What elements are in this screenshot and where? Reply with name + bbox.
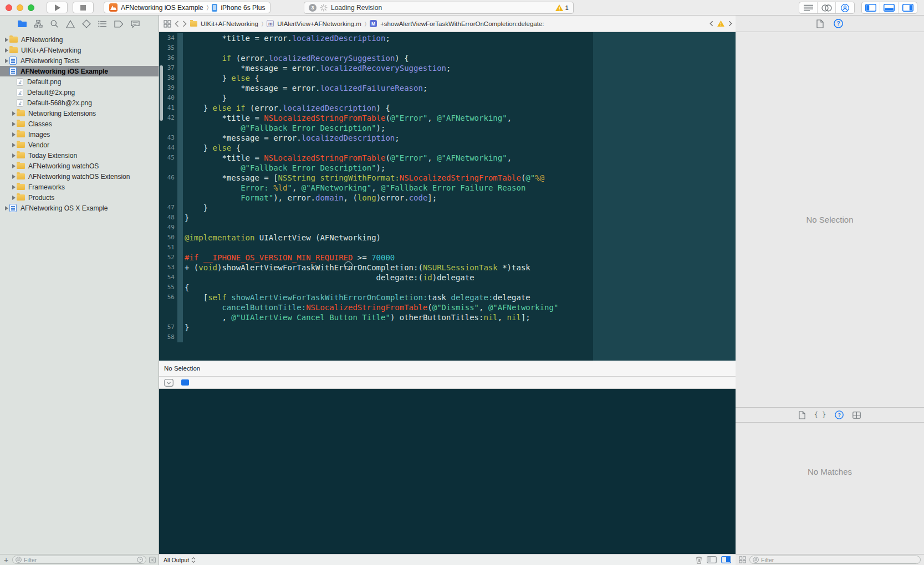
code-line[interactable]: 50@implementation UIAlertView (AFNetwork… (159, 233, 736, 243)
code-line[interactable]: 51 (159, 243, 736, 253)
code-fold-ribbon[interactable] (177, 302, 183, 312)
code-fold-ribbon[interactable] (177, 73, 183, 83)
back-icon[interactable] (175, 20, 179, 27)
next-issue-icon[interactable] (728, 20, 732, 27)
code-line[interactable]: 42 *title = NSLocalizedStringFromTable(@… (159, 113, 736, 123)
issue-summary[interactable]: 1 (555, 4, 569, 11)
code-fold-ribbon[interactable] (177, 263, 183, 273)
disclosure-triangle-icon[interactable] (11, 143, 17, 147)
navigator-scrollbar-thumb[interactable] (160, 65, 163, 121)
code-fold-ribbon[interactable] (177, 53, 183, 63)
code-line[interactable]: 37 *message = error.localizedRecoverySug… (159, 63, 736, 73)
code-fold-ribbon[interactable] (177, 123, 183, 133)
disclosure-triangle-icon[interactable] (11, 164, 17, 168)
code-line[interactable]: @"Fallback Error Description"); (159, 163, 736, 173)
disclosure-triangle-icon[interactable] (11, 196, 17, 200)
code-line[interactable]: 38 } else { (159, 73, 736, 83)
disclosure-triangle-icon[interactable] (11, 111, 17, 116)
forward-icon[interactable] (182, 20, 187, 27)
file-tree-row[interactable]: Classes (0, 119, 159, 129)
symbol-navigator-tab[interactable] (34, 19, 43, 28)
quick-help-inspector-tab[interactable]: ? (834, 19, 843, 28)
file-tree-row[interactable]: Networking Extensions (0, 108, 159, 119)
code-fold-ribbon[interactable] (177, 193, 183, 203)
media-library-tab[interactable] (852, 412, 861, 419)
disclosure-triangle-icon[interactable] (11, 153, 17, 158)
code-line[interactable]: 40 } (159, 93, 736, 103)
code-line[interactable]: 39 *message = error.localizedFailureReas… (159, 83, 736, 93)
code-fold-ribbon[interactable] (177, 83, 183, 93)
library-filter-field[interactable]: Filter (749, 556, 921, 564)
code-line[interactable]: 58 (159, 332, 736, 342)
toggle-debug-area-button[interactable] (880, 2, 899, 13)
console-view-toggle-icon[interactable] (721, 556, 731, 563)
code-fold-ribbon[interactable] (177, 133, 183, 143)
code-fold-ribbon[interactable] (177, 93, 183, 103)
code-line[interactable]: 57} (159, 322, 736, 332)
file-tree-row[interactable]: AFNetworking iOS Example (0, 66, 159, 76)
code-fold-ribbon[interactable] (177, 233, 183, 243)
jumpbar-group[interactable]: UIKit+AFNetworking (201, 20, 258, 27)
scheme-selector[interactable]: AFNetworking iOS Example 〉 iPhone 6s Plu… (104, 2, 270, 13)
code-fold-ribbon[interactable] (177, 223, 183, 233)
code-line[interactable]: 36 if (error.localizedRecoverySuggestion… (159, 53, 736, 63)
file-tree-row[interactable]: AFNetworking watchOS Extension (0, 171, 159, 182)
quick-help-selected-tab[interactable]: ? (835, 410, 844, 419)
code-line[interactable]: 49 (159, 223, 736, 233)
jumpbar-symbol[interactable]: +showAlertViewForTaskWithErrorOnCompleti… (380, 20, 544, 27)
code-fold-ribbon[interactable] (177, 163, 183, 173)
unsaved-files-filter-icon[interactable] (149, 557, 156, 563)
code-fold-ribbon[interactable] (177, 63, 183, 73)
navigator-filter-field[interactable]: Filter (12, 556, 146, 564)
file-template-library-tab[interactable] (799, 411, 805, 419)
file-tree-row[interactable]: Vendor (0, 140, 159, 150)
code-fold-ribbon[interactable] (177, 43, 183, 53)
code-line[interactable]: Error: %ld", @"AFNetworking", @"Fallback… (159, 183, 736, 193)
issue-navigator-tab[interactable] (66, 20, 75, 28)
assistant-editor-button[interactable] (818, 2, 836, 13)
search-navigator-tab[interactable] (50, 19, 59, 28)
disclosure-triangle-icon[interactable] (11, 185, 17, 189)
disclosure-box-icon[interactable] (164, 379, 173, 387)
code-fold-ribbon[interactable] (177, 273, 183, 282)
code-fold-ribbon[interactable] (177, 332, 183, 342)
stop-button[interactable] (73, 2, 94, 13)
code-line[interactable]: 54 delegate:(id)delegate (159, 273, 736, 282)
disclosure-triangle-icon[interactable] (3, 48, 9, 53)
warning-icon[interactable] (717, 20, 724, 27)
code-fold-ribbon[interactable] (177, 213, 183, 223)
file-tree-row[interactable]: Images (0, 129, 159, 140)
library-grid-icon[interactable] (739, 556, 746, 563)
console-output[interactable] (159, 389, 736, 554)
disclosure-triangle-icon[interactable] (3, 206, 9, 210)
code-line[interactable]: 56 [self showAlertViewForTaskWithErrorOn… (159, 292, 736, 302)
code-fold-ribbon[interactable] (177, 243, 183, 253)
variables-view-toggle-icon[interactable] (707, 556, 717, 563)
code-fold-ribbon[interactable] (177, 143, 183, 153)
file-tree-row[interactable]: Today Extension (0, 150, 159, 161)
code-line[interactable]: 35 (159, 43, 736, 53)
add-button[interactable]: + (3, 556, 9, 564)
file-tree-row[interactable]: AFNetworking (0, 34, 159, 45)
disclosure-triangle-icon[interactable] (11, 122, 17, 126)
file-tree-row[interactable]: AFNetworking Tests (0, 55, 159, 66)
toggle-inspector-button[interactable] (899, 2, 917, 13)
recent-files-clock-icon[interactable] (137, 557, 143, 563)
code-fold-ribbon[interactable] (177, 253, 183, 263)
disclosure-triangle-icon[interactable] (3, 38, 9, 42)
file-tree-row[interactable]: AFNetworking watchOS (0, 161, 159, 171)
report-navigator-tab[interactable] (131, 20, 140, 28)
code-line[interactable]: 48} (159, 213, 736, 223)
code-line[interactable]: 45 *title = NSLocalizedStringFromTable(@… (159, 153, 736, 163)
code-fold-ribbon[interactable] (177, 173, 183, 183)
disclosure-triangle-icon[interactable] (11, 174, 17, 179)
disclosure-triangle-icon[interactable] (11, 132, 17, 137)
code-fold-ribbon[interactable] (177, 292, 183, 302)
zoom-window-button[interactable] (28, 4, 34, 11)
code-line[interactable]: 34 *title = error.localizedDescription; (159, 33, 736, 43)
code-line[interactable]: 43 *message = error.localizedDescription… (159, 133, 736, 143)
source-editor[interactable]: 34 *title = error.localizedDescription;3… (159, 32, 736, 361)
close-window-button[interactable] (6, 4, 12, 11)
code-line[interactable]: 52#if __IPHONE_OS_VERSION_MIN_REQUIRED >… (159, 253, 736, 263)
code-line[interactable]: @"Fallback Error Description"); (159, 123, 736, 133)
